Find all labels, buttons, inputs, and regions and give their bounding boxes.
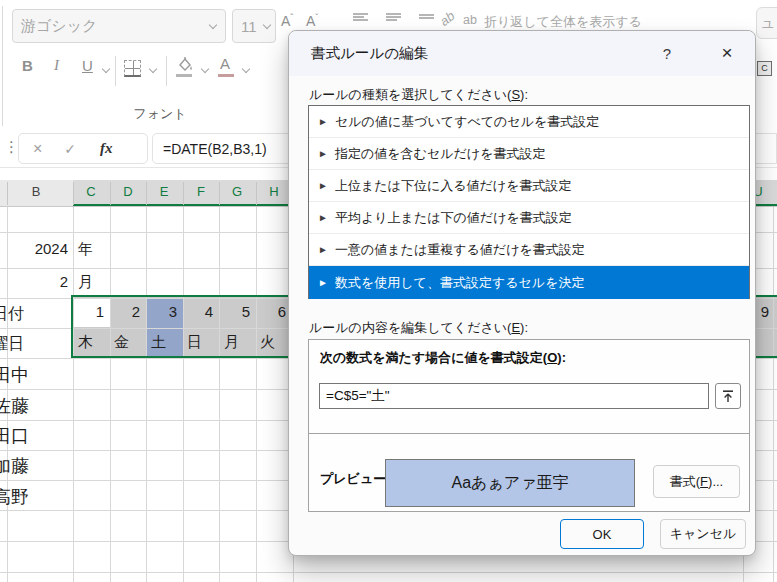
day-cell[interactable]: 火 <box>260 333 275 352</box>
date-cell[interactable]: 2 <box>110 303 140 320</box>
column-header-h[interactable]: H <box>256 184 292 199</box>
drag-handle-icon[interactable]: ⋮ <box>4 138 19 156</box>
font-size-combobox[interactable]: 11 <box>232 9 276 43</box>
format-preview: Aaあぁアァ亜宇 <box>385 459 635 507</box>
cell-name[interactable]: 加藤 <box>0 454 29 478</box>
arrow-right-icon: ► <box>318 116 335 127</box>
cell-year-unit[interactable]: 年 <box>78 240 93 259</box>
column-header-e[interactable]: E <box>146 184 182 199</box>
cancel-entry-icon[interactable]: × <box>33 140 42 158</box>
rule-type-option[interactable]: ► セルの値に基づいてすべてのセルを書式設定 <box>309 106 749 138</box>
fill-color-icon[interactable] <box>175 57 195 73</box>
column-header-f[interactable]: F <box>183 184 219 199</box>
chevron-down-icon[interactable] <box>102 65 110 73</box>
rule-type-option-selected[interactable]: ► 数式を使用して、書式設定するセルを決定 <box>309 266 749 299</box>
wrap-text-button[interactable]: 折り返して全体を表示する <box>484 13 642 31</box>
format-button[interactable]: 書式(F)... <box>653 465 740 498</box>
conditional-format-icon[interactable]: C <box>757 61 772 76</box>
date-cell[interactable]: 1 <box>74 303 104 320</box>
date-cell[interactable]: 6 <box>256 303 286 320</box>
insert-function-icon[interactable]: fx <box>100 140 113 157</box>
header-divider <box>146 182 147 205</box>
gridline <box>73 207 74 582</box>
divider <box>166 56 167 86</box>
text-orientation-icon[interactable]: ab <box>437 8 458 29</box>
formula-section: 次の数式を満たす場合に値を書式設定(O): <box>308 339 750 434</box>
enter-entry-icon[interactable]: ✓ <box>64 141 76 157</box>
column-header-c[interactable]: C <box>73 184 109 199</box>
chevron-down-icon <box>209 20 217 28</box>
day-cell[interactable]: 木 <box>78 333 93 352</box>
gridline <box>219 207 220 582</box>
day-cell[interactable]: 金 <box>114 333 129 352</box>
fill-color-swatch <box>176 74 192 77</box>
header-divider <box>256 182 257 205</box>
shrink-font-icon[interactable]: Aˇ <box>306 12 318 29</box>
align-center-icon[interactable] <box>386 13 401 25</box>
column-header-g[interactable]: G <box>219 184 255 199</box>
cancel-button[interactable]: キャンセル <box>660 519 746 549</box>
arrow-right-icon: ► <box>318 180 335 191</box>
gridline <box>183 207 184 582</box>
ribbon-fragment: ユ <box>756 7 777 39</box>
column-header-b[interactable]: B <box>18 184 54 199</box>
borders-icon[interactable] <box>124 60 141 77</box>
chevron-down-icon[interactable] <box>242 65 250 73</box>
gridline <box>256 207 257 582</box>
font-name-combobox[interactable]: 游ゴシック <box>12 9 226 43</box>
header-divider <box>73 182 74 205</box>
header-divider <box>7 182 8 205</box>
rule-type-option[interactable]: ► 上位または下位に入る値だけを書式設定 <box>309 170 749 202</box>
rule-type-listbox: ► セルの値に基づいてすべてのセルを書式設定 ► 指定の値を含むセルだけを書式設… <box>308 105 750 299</box>
gridline <box>110 207 111 582</box>
grow-font-icon[interactable]: Aˆ <box>281 12 293 29</box>
gridline <box>146 207 147 582</box>
cell-month-unit[interactable]: 月 <box>78 273 93 292</box>
close-icon[interactable]: × <box>717 42 737 64</box>
day-cell[interactable]: 土 <box>151 333 166 352</box>
ribbon-group-divider <box>2 6 3 126</box>
cell-name[interactable]: 田中 <box>0 363 29 387</box>
ok-button[interactable]: OK <box>560 519 644 549</box>
date-cell[interactable]: 5 <box>220 303 250 320</box>
cell-name[interactable]: 佐藤 <box>0 394 29 418</box>
cell-name[interactable]: 高野 <box>0 485 29 509</box>
chevron-down-icon[interactable] <box>149 65 157 73</box>
rule-formula-input[interactable] <box>319 383 709 409</box>
cell-month[interactable]: 2 <box>7 273 68 290</box>
row-label-date[interactable]: 日付 <box>0 304 24 325</box>
wrap-text-icon: ab <box>463 13 477 27</box>
help-icon[interactable]: ? <box>659 45 675 62</box>
cell-name[interactable]: 田口 <box>0 424 29 448</box>
chevron-down-icon[interactable] <box>201 65 209 73</box>
collapse-dialog-button[interactable] <box>715 383 741 409</box>
date-cell[interactable]: 3 <box>147 303 177 320</box>
header-divider <box>183 182 184 205</box>
align-right-icon[interactable] <box>419 13 434 25</box>
bold-button[interactable]: B <box>22 57 33 74</box>
font-color-swatch <box>218 74 234 77</box>
rule-type-label: ルールの種類を選択してください(S): <box>309 86 528 104</box>
preview-label: プレビュー: <box>320 470 391 488</box>
font-color-button[interactable]: A <box>220 55 230 72</box>
italic-button[interactable]: I <box>54 57 59 74</box>
underline-button[interactable]: U <box>82 57 93 74</box>
column-header-d[interactable]: D <box>110 184 146 199</box>
row-label-day[interactable]: 曜日 <box>0 334 24 355</box>
header-divider <box>219 182 220 205</box>
cell-year[interactable]: 2024 <box>7 240 68 257</box>
formula-section-label: 次の数式を満たす場合に値を書式設定(O): <box>320 349 566 367</box>
arrow-right-icon: ► <box>318 148 335 159</box>
day-cell[interactable]: 日 <box>187 333 202 352</box>
align-left-icon[interactable] <box>353 13 368 25</box>
date-cell[interactable]: 4 <box>183 303 213 320</box>
font-name-value: 游ゴシック <box>21 17 97 36</box>
dialog-titlebar[interactable]: 書式ルールの編集 ? × <box>289 31 755 76</box>
rule-type-option[interactable]: ► 一意の値または重複する値だけを書式設定 <box>309 234 749 266</box>
rule-type-option[interactable]: ► 平均より上または下の値だけを書式設定 <box>309 202 749 234</box>
rule-type-option[interactable]: ► 指定の値を含むセルだけを書式設定 <box>309 138 749 170</box>
arrow-right-icon: ► <box>318 244 335 255</box>
rule-content-label: ルールの内容を編集してください(E): <box>309 319 528 337</box>
arrow-right-icon: ► <box>318 212 335 223</box>
day-cell[interactable]: 月 <box>224 333 239 352</box>
